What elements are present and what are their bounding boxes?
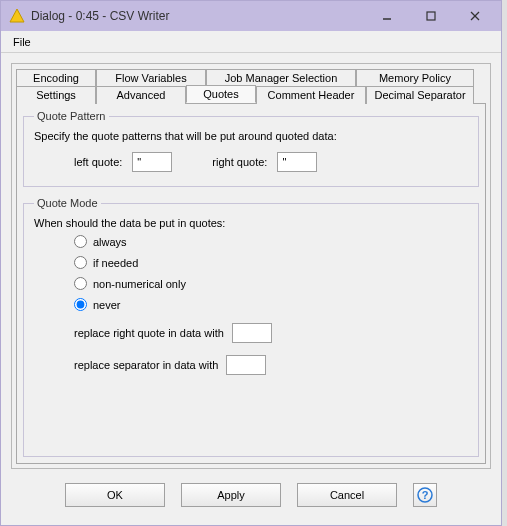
tab-row-2: Settings Advanced Quotes Comment Header … — [16, 85, 486, 103]
tab-advanced[interactable]: Advanced — [96, 86, 186, 104]
radio-option-non-numerical[interactable]: non-numerical only — [74, 277, 468, 290]
radio-option-never[interactable]: never — [74, 298, 468, 311]
tab-flow-variables[interactable]: Flow Variables — [96, 69, 206, 86]
quote-pattern-legend: Quote Pattern — [34, 110, 109, 122]
tab-settings[interactable]: Settings — [16, 86, 96, 104]
replace-separator-label: replace separator in data with — [74, 359, 218, 371]
replace-separator-row: replace separator in data with — [34, 355, 468, 375]
quote-pattern-desc: Specify the quote patterns that will be … — [34, 130, 468, 142]
tab-comment-header[interactable]: Comment Header — [256, 86, 366, 104]
window-controls — [365, 5, 497, 27]
radio-never-label: never — [93, 299, 121, 311]
tab-panel-quotes: Quote Pattern Specify the quote patterns… — [16, 103, 486, 464]
menubar: File — [1, 31, 501, 53]
replace-right-quote-input[interactable] — [232, 323, 272, 343]
quote-mode-legend: Quote Mode — [34, 197, 101, 209]
tab-job-manager-selection[interactable]: Job Manager Selection — [206, 69, 356, 86]
maximize-button[interactable] — [409, 5, 453, 27]
menu-file[interactable]: File — [7, 34, 37, 50]
quote-inputs-row: left quote: right quote: — [34, 152, 468, 172]
quote-mode-options: always if needed non-numerical only — [34, 235, 468, 311]
right-quote-input[interactable] — [277, 152, 317, 172]
help-icon: ? — [417, 487, 433, 503]
dialog-button-bar: OK Apply Cancel ? — [11, 469, 491, 521]
replace-right-quote-label: replace right quote in data with — [74, 327, 224, 339]
quote-pattern-group: Quote Pattern Specify the quote patterns… — [23, 110, 479, 187]
cancel-button[interactable]: Cancel — [297, 483, 397, 507]
tab-memory-policy[interactable]: Memory Policy — [356, 69, 474, 86]
radio-option-always[interactable]: always — [74, 235, 468, 248]
radio-option-if-needed[interactable]: if needed — [74, 256, 468, 269]
close-button[interactable] — [453, 5, 497, 27]
left-quote-label: left quote: — [74, 156, 122, 168]
radio-always-label: always — [93, 236, 127, 248]
quote-mode-group: Quote Mode When should the data be put i… — [23, 197, 479, 457]
dialog-window: Dialog - 0:45 - CSV Writer File Encoding… — [0, 0, 502, 526]
quote-mode-desc: When should the data be put in quotes: — [34, 217, 468, 229]
svg-text:?: ? — [422, 489, 429, 501]
tab-decimal-separator[interactable]: Decimal Separator — [366, 86, 474, 104]
radio-if-needed[interactable] — [74, 256, 87, 269]
radio-non-numerical-label: non-numerical only — [93, 278, 186, 290]
app-icon — [9, 8, 25, 24]
left-quote-input[interactable] — [132, 152, 172, 172]
tab-quotes[interactable]: Quotes — [186, 85, 256, 103]
apply-button[interactable]: Apply — [181, 483, 281, 507]
window-title: Dialog - 0:45 - CSV Writer — [31, 9, 365, 23]
radio-non-numerical[interactable] — [74, 277, 87, 290]
radio-never[interactable] — [74, 298, 87, 311]
svg-rect-2 — [427, 12, 435, 20]
minimize-button[interactable] — [365, 5, 409, 27]
right-quote-label: right quote: — [212, 156, 267, 168]
radio-always[interactable] — [74, 235, 87, 248]
radio-if-needed-label: if needed — [93, 257, 138, 269]
replace-right-quote-row: replace right quote in data with — [34, 323, 468, 343]
content-area: Encoding Flow Variables Job Manager Sele… — [1, 53, 501, 525]
tab-encoding[interactable]: Encoding — [16, 69, 96, 86]
tabs-container: Encoding Flow Variables Job Manager Sele… — [11, 63, 491, 469]
svg-marker-0 — [10, 9, 24, 22]
ok-button[interactable]: OK — [65, 483, 165, 507]
titlebar: Dialog - 0:45 - CSV Writer — [1, 1, 501, 31]
replace-separator-input[interactable] — [226, 355, 266, 375]
tab-row-1: Encoding Flow Variables Job Manager Sele… — [16, 68, 486, 85]
help-button[interactable]: ? — [413, 483, 437, 507]
